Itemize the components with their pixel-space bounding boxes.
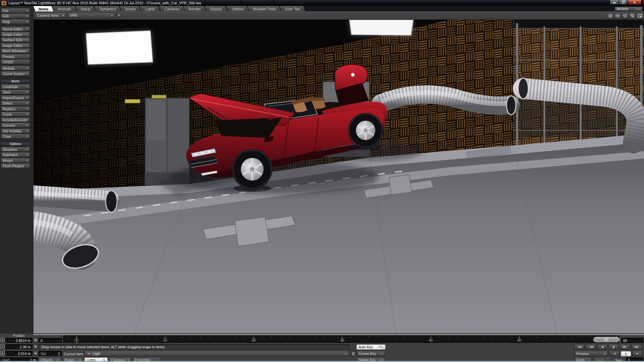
tab-display[interactable]: Display bbox=[205, 6, 228, 11]
restore-button[interactable] bbox=[619, 0, 628, 5]
sidebar-item-include-exclude[interactable]: Include/Exclude▼ bbox=[1, 117, 30, 122]
tab-render[interactable]: Render bbox=[183, 6, 206, 11]
sidebar-item-flush-plugins[interactable]: Flush Plugins bbox=[1, 163, 30, 168]
tab-dynamics[interactable]: Dynamics bbox=[94, 6, 121, 11]
sidebar-item-surface-editor[interactable]: Surface Editor^F3 bbox=[1, 37, 30, 42]
chevron-down-icon: ▼ bbox=[118, 14, 120, 16]
chevron-down-icon: ▼ bbox=[345, 353, 347, 355]
z-stepper[interactable]: ◀▶ bbox=[33, 351, 38, 356]
sidebar-item-presets[interactable]: Presets bbox=[1, 54, 30, 59]
sidebar-item-morph[interactable]: Morph▼ bbox=[1, 158, 30, 163]
auto-key-button[interactable]: Auto Key+F1 bbox=[357, 344, 385, 350]
sidebar-item-edit[interactable]: Edit▼ bbox=[1, 13, 30, 18]
preview-dropdown[interactable]: Preview ▼ bbox=[574, 351, 608, 356]
sidebar-item-subpatch[interactable]: SubPatch▼ bbox=[1, 152, 30, 157]
current-item-label: Current Item bbox=[64, 352, 83, 356]
play-reverse-button[interactable]: ◀ bbox=[609, 351, 620, 356]
chevron-down-icon: ▼ bbox=[26, 148, 28, 150]
recenter-icon bbox=[608, 14, 612, 18]
pan-button[interactable] bbox=[614, 13, 621, 18]
view-mode-dropdown[interactable]: Camera View ▼ bbox=[35, 13, 67, 18]
sidebar-item-file[interactable]: File▼ bbox=[1, 8, 30, 13]
lightwave-layout-window: Layout™ NewTek LightWave 3D ® HC Rev 201… bbox=[0, 0, 644, 362]
tab-utilities[interactable]: Utilities bbox=[226, 6, 249, 11]
viewport-3d[interactable] bbox=[34, 20, 644, 333]
x-position-field[interactable]: 2.8614 m bbox=[5, 338, 33, 343]
create-key-button[interactable]: Create Keyret bbox=[357, 351, 385, 356]
go-to-start-button[interactable]: |◀◀ bbox=[574, 344, 585, 350]
position-label: Position bbox=[0, 334, 38, 338]
sidebar-item-help[interactable]: Help▼ bbox=[1, 19, 30, 24]
z-position-field[interactable]: 3.914 m bbox=[5, 351, 33, 356]
sidebar-item-import-export[interactable]: Import/Export▼ bbox=[1, 95, 30, 100]
tab-items[interactable]: Items bbox=[33, 6, 54, 11]
timeline[interactable]: 0 10 20 30 40 50 60 0 60 bbox=[63, 336, 619, 343]
chevron-down-icon: ▼ bbox=[26, 102, 28, 104]
x-axis-label: X bbox=[0, 338, 5, 342]
minimize-button[interactable] bbox=[610, 0, 619, 5]
titlebar[interactable]: Layout™ NewTek LightWave 3D ® HC Rev 201… bbox=[0, 0, 644, 6]
item-properties-mini-button[interactable] bbox=[351, 351, 356, 356]
sidebar-item-viper[interactable]: VIPER bbox=[1, 59, 30, 64]
zoom-button[interactable] bbox=[629, 13, 636, 18]
pause-button[interactable]: || bbox=[621, 351, 631, 356]
sidebar-item-load-add[interactable]: Load/Add▼ bbox=[1, 84, 30, 89]
maximize-viewport-button[interactable] bbox=[636, 13, 643, 18]
current-frame-field[interactable]: 0 bbox=[39, 338, 62, 343]
render-mode-dropdown[interactable]: VPR ▼ bbox=[67, 13, 115, 18]
timeline-end-handle[interactable]: 60 bbox=[593, 337, 620, 342]
sidebar-item-image-editor[interactable]: Image Editor^F4 bbox=[1, 43, 30, 48]
go-to-end-button[interactable]: ▶▶| bbox=[631, 344, 642, 350]
sidebar-item-clone[interactable]: Clone▼ bbox=[1, 112, 30, 117]
sidebar-item-convert[interactable]: Convert▼ bbox=[1, 123, 30, 128]
y-stepper[interactable]: ◀▶ bbox=[33, 344, 38, 349]
sidebar-item-set-visibility[interactable]: Set Visibility▼ bbox=[1, 128, 30, 133]
sidebar-item-globals[interactable]: Globals▼ bbox=[1, 66, 30, 71]
next-key-button[interactable]: ▶▶+ bbox=[620, 344, 630, 350]
x-stepper[interactable]: ◀▶ bbox=[33, 338, 38, 343]
sidebar-item-save[interactable]: Save▼ bbox=[1, 89, 30, 95]
tab-modeler-tools[interactable]: Modeler Tools bbox=[248, 6, 281, 11]
end-frame-field[interactable]: 60 bbox=[621, 338, 643, 343]
sidebar-item-select[interactable]: Select▼ bbox=[1, 101, 30, 106]
chevron-down-icon: ▼ bbox=[108, 14, 113, 17]
sidebar-item-replace[interactable]: Replace▼ bbox=[1, 106, 30, 111]
pane-splitter[interactable] bbox=[34, 334, 644, 335]
chevron-down-icon: ▼ bbox=[26, 119, 28, 121]
current-item-dropdown[interactable]: Light ▼ bbox=[85, 351, 350, 356]
render-options-dropdown[interactable]: ▼ bbox=[116, 13, 121, 17]
minimize-icon bbox=[613, 2, 616, 3]
tab-user-tab[interactable]: User Tab bbox=[280, 6, 305, 11]
sidebar-item-graph-editor[interactable]: Graph Editor^F2 bbox=[1, 32, 30, 37]
previous-key-button[interactable]: +◀◀ bbox=[586, 344, 596, 350]
play-forward-button[interactable]: ▶ bbox=[632, 351, 642, 356]
rotate-icon bbox=[623, 14, 627, 18]
sidebar-item-scene-editor[interactable]: Scene Editor▼ bbox=[1, 26, 30, 32]
chevron-down-icon: ▼ bbox=[602, 353, 606, 355]
y-position-field[interactable]: 2.38 m bbox=[5, 344, 33, 349]
chevron-down-icon: ▼ bbox=[26, 124, 28, 126]
tab-setup[interactable]: Setup bbox=[75, 6, 96, 11]
sidebar-header-options: Options bbox=[1, 142, 30, 146]
sidebar-item-coord-system[interactable]: Coord System▼ bbox=[1, 71, 30, 76]
sidebar-header-items: Items bbox=[1, 79, 30, 83]
chevron-down-icon: ▼ bbox=[26, 20, 28, 23]
chevron-down-icon: ▼ bbox=[26, 15, 28, 17]
tab-lights[interactable]: Lights bbox=[140, 6, 160, 11]
tab-scene[interactable]: Scene bbox=[120, 6, 141, 11]
close-button[interactable]: × bbox=[628, 0, 641, 5]
chevron-down-icon: ▼ bbox=[26, 154, 28, 156]
modeler-button[interactable]: Modeler F12 bbox=[614, 7, 643, 11]
next-frame-button[interactable]: ||▶ bbox=[608, 344, 619, 350]
recenter-button[interactable] bbox=[607, 13, 614, 18]
chevron-down-icon: ▼ bbox=[26, 67, 28, 69]
tab-animate[interactable]: Animate bbox=[52, 6, 76, 11]
rotate-button[interactable] bbox=[622, 13, 629, 18]
chevron-down-icon: ▼ bbox=[26, 113, 28, 115]
chevron-down-icon: ▼ bbox=[26, 28, 28, 30]
sidebar-item-clear[interactable]: Clear▼ bbox=[1, 134, 30, 139]
previous-frame-button[interactable]: ◀|| bbox=[597, 344, 607, 350]
sidebar-item-more-windows[interactable]: More Windows▼ bbox=[1, 48, 30, 53]
sidebar-item-shadows[interactable]: Shadows▼ bbox=[1, 147, 30, 152]
tab-cameras[interactable]: Cameras bbox=[159, 6, 184, 11]
